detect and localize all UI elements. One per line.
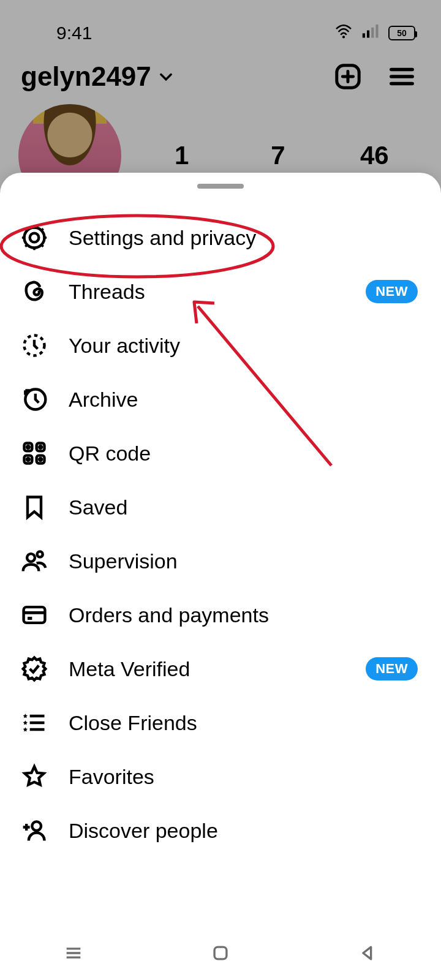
archive-icon	[21, 386, 48, 413]
close-icon	[21, 709, 48, 736]
plus-box-icon	[334, 62, 362, 91]
svg-rect-20	[24, 607, 45, 623]
svg-point-15	[39, 446, 42, 448]
svg-rect-2	[367, 31, 369, 38]
menu-item-label: Favorites	[69, 765, 418, 789]
menu-item-archive[interactable]: Archive	[0, 372, 441, 426]
menu-item-label: Saved	[69, 496, 418, 519]
menu-item-threads[interactable]: ThreadsNEW	[0, 265, 441, 318]
nav-home[interactable]	[210, 943, 231, 966]
chevron-down-icon	[157, 68, 175, 85]
android-nav-bar	[0, 929, 441, 980]
menu-item-label: Your activity	[69, 334, 418, 358]
profile-header: gelyn2497	[0, 49, 441, 99]
svg-point-16	[27, 458, 29, 461]
supervision-icon	[21, 548, 48, 575]
new-badge: NEW	[366, 657, 418, 680]
status-time: 9:41	[56, 23, 92, 43]
sheet-menu: Settings and privacyThreadsNEWYour activ…	[0, 211, 441, 858]
svg-point-7	[30, 233, 39, 243]
verified-icon	[21, 655, 48, 682]
menu-item-qr[interactable]: QR code	[0, 426, 441, 480]
threads-icon	[21, 278, 48, 305]
menu-item-verified[interactable]: Meta VerifiedNEW	[0, 642, 441, 696]
favorites-icon	[21, 763, 48, 790]
qr-icon	[21, 440, 48, 467]
sheet-grabber[interactable]	[197, 184, 244, 189]
hamburger-icon	[388, 62, 416, 91]
options-bottom-sheet: Settings and privacyThreadsNEWYour activ…	[0, 173, 441, 980]
svg-point-19	[37, 551, 43, 557]
svg-point-14	[27, 446, 29, 448]
menu-item-label: Threads	[69, 280, 345, 304]
stat-posts[interactable]: 1	[148, 141, 216, 170]
menu-item-label: Discover people	[69, 819, 418, 843]
menu-item-favorites[interactable]: Favorites	[0, 750, 441, 804]
discover-icon	[21, 817, 48, 844]
svg-point-17	[39, 458, 42, 461]
signal-icon	[361, 23, 380, 43]
nav-back[interactable]	[357, 943, 378, 966]
stat-followers[interactable]: 7	[244, 141, 312, 170]
menu-item-label: Meta Verified	[69, 657, 345, 681]
menu-item-label: Close Friends	[69, 711, 418, 735]
orders-icon	[21, 601, 48, 628]
username-text: gelyn2497	[21, 61, 151, 92]
saved-icon	[21, 494, 48, 521]
svg-point-0	[342, 36, 345, 38]
svg-point-18	[27, 554, 35, 562]
username-dropdown[interactable]: gelyn2497	[21, 61, 175, 92]
svg-rect-3	[371, 28, 374, 38]
menu-item-discover[interactable]: Discover people	[0, 804, 441, 858]
battery-icon: 50	[388, 26, 415, 40]
settings-icon	[21, 224, 48, 251]
menu-item-supervision[interactable]: Supervision	[0, 534, 441, 588]
nav-recents[interactable]	[63, 943, 84, 966]
menu-item-label: Archive	[69, 388, 418, 412]
menu-item-label: Supervision	[69, 549, 418, 573]
menu-item-label: Orders and payments	[69, 603, 418, 627]
wifi-icon	[334, 23, 353, 43]
svg-rect-1	[363, 33, 365, 37]
menu-item-settings[interactable]: Settings and privacy	[0, 211, 441, 265]
menu-item-orders[interactable]: Orders and payments	[0, 588, 441, 642]
menu-item-saved[interactable]: Saved	[0, 480, 441, 534]
menu-item-close[interactable]: Close Friends	[0, 696, 441, 750]
menu-item-label: Settings and privacy	[69, 226, 418, 250]
menu-item-label: QR code	[69, 442, 418, 466]
stat-following[interactable]: 46	[341, 141, 408, 170]
menu-item-activity[interactable]: Your activity	[0, 318, 441, 372]
svg-rect-24	[214, 947, 227, 959]
svg-point-21	[32, 821, 41, 831]
status-bar: 9:41 50	[0, 0, 441, 49]
create-button[interactable]	[333, 62, 363, 91]
svg-rect-4	[375, 24, 378, 38]
activity-icon	[21, 332, 48, 359]
new-badge: NEW	[366, 280, 418, 303]
menu-button[interactable]	[387, 62, 417, 91]
